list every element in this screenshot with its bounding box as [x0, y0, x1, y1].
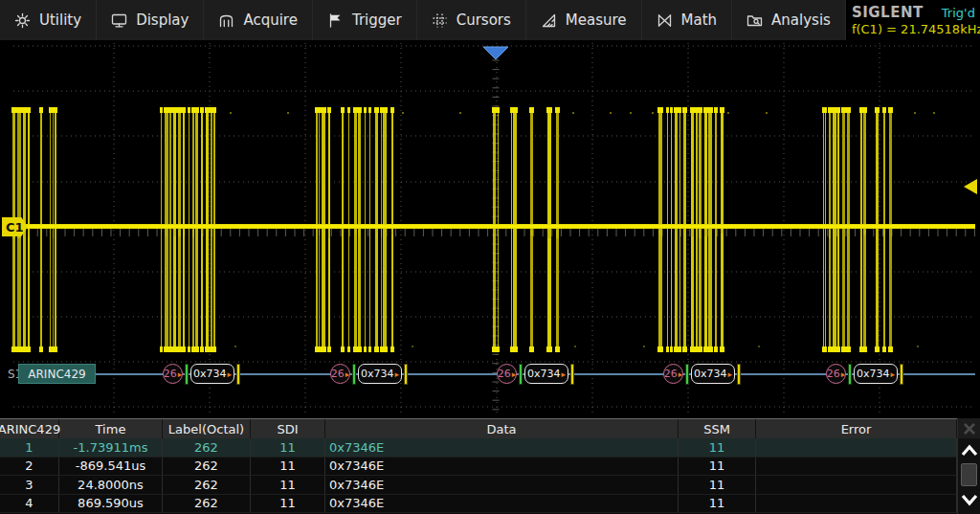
column-header-time: Time: [59, 419, 163, 438]
table-row-2[interactable]: 2-869.541us262110x7346E11: [0, 458, 980, 477]
column-header-arinc429: ARINC429: [0, 419, 59, 438]
truncation-arrow-icon: ▸: [395, 369, 400, 379]
scroll-thumb[interactable]: [961, 463, 977, 486]
menu-item-display[interactable]: Display: [97, 0, 204, 40]
cell-data: 0x7346E: [325, 438, 679, 457]
scroll-up-button[interactable]: [958, 440, 980, 460]
cell-index: 3: [0, 476, 59, 494]
menu-item-label: Display: [136, 11, 189, 29]
decode-frame[interactable]: 26▸0x734▸: [497, 363, 574, 385]
frame-ssm-bar: [570, 364, 574, 385]
math-bowtie-icon: [657, 12, 673, 29]
frame-label-badge: 26▸: [330, 364, 350, 384]
column-header-sdi: SDI: [251, 419, 325, 438]
menu-item-label: Analysis: [771, 11, 831, 29]
scope-display: C1 S1 ARINC429 26▸0x734▸26▸0x734▸26▸0x73…: [0, 41, 980, 418]
truncation-arrow-icon: ▸: [679, 369, 683, 379]
menu-item-utility[interactable]: Utility: [0, 0, 97, 40]
gear-icon: [14, 12, 31, 29]
menu-item-label: Measure: [566, 11, 627, 29]
decode-frame[interactable]: 26▸0x734▸: [163, 363, 240, 385]
chevron-up-icon: [961, 444, 978, 457]
cell-index: 4: [0, 495, 59, 513]
menu-item-math[interactable]: Math: [642, 0, 733, 40]
frame-data-box: 0x734▸: [691, 364, 735, 384]
table-header-row: ARINC429TimeLabel(Octal)SDIDataSSMError: [0, 418, 980, 438]
close-table-button[interactable]: [958, 418, 980, 438]
frame-ssm-bar: [404, 364, 408, 385]
frame-label-badge: 26▸: [163, 364, 183, 384]
trigger-status: Trig'd: [942, 6, 975, 20]
column-header-ssm: SSM: [679, 419, 756, 438]
cell-error: [756, 476, 957, 494]
menu-item-acquire[interactable]: Acquire: [204, 0, 313, 40]
cell-data: 0x7346E: [325, 476, 679, 494]
frame-data-box: 0x734▸: [190, 364, 234, 384]
menu-item-label: Trigger: [352, 11, 402, 29]
frame-ssm-bar: [737, 364, 741, 385]
ruler-triangle-icon: [541, 12, 557, 29]
table-row-4[interactable]: 4869.590us262110x7346E11: [0, 495, 980, 514]
column-header-label-octal-: Label(Octal): [163, 419, 251, 438]
cell-sdi: 11: [251, 476, 325, 494]
cell-data: 0x7346E: [325, 458, 679, 476]
table-row-3[interactable]: 324.8000ns262110x7346E11: [0, 476, 980, 495]
truncation-arrow-icon: ▸: [345, 369, 350, 379]
cell-error: [756, 495, 957, 513]
decode-result-table: ARINC429TimeLabel(Octal)SDIDataSSMError …: [0, 418, 980, 514]
menu-item-trigger[interactable]: Trigger: [313, 0, 417, 40]
frame-sdi-bar: [519, 364, 523, 385]
frame-sdi-bar: [352, 364, 356, 385]
frame-label-badge: 26▸: [663, 364, 683, 384]
cell-label: 262: [163, 476, 251, 494]
cell-index: 2: [0, 458, 59, 476]
cell-label: 262: [163, 458, 251, 476]
truncation-arrow-icon: ▸: [728, 369, 733, 379]
scroll-down-button[interactable]: [958, 488, 980, 511]
menu-item-cursors[interactable]: Cursors: [417, 0, 526, 40]
menu-item-label: Math: [681, 11, 718, 29]
cell-time: 869.590us: [59, 495, 163, 513]
menu-item-analysis[interactable]: Analysis: [732, 0, 846, 40]
truncation-arrow-icon: ▸: [178, 369, 183, 379]
table-body: 1-1.73911ms262110x7346E112-869.541us2621…: [0, 438, 980, 513]
truncation-arrow-icon: ▸: [841, 369, 846, 379]
menu-item-label: Cursors: [457, 11, 511, 29]
cell-error: [756, 458, 957, 476]
menu-item-label: Utility: [39, 11, 81, 29]
frame-data-box: 0x734▸: [358, 364, 402, 384]
crosshair-grid-icon: [432, 12, 448, 29]
monitor-icon: [111, 12, 127, 29]
frame-data-box: 0x734▸: [524, 364, 568, 384]
frame-sdi-bar: [685, 364, 689, 385]
frame-ssm-bar: [900, 364, 903, 385]
main-menu: UtilityDisplayAcquireTriggerCursorsMeasu…: [0, 0, 846, 40]
status-box: SIGLENT Trig'd f(C1) = 21.74518kHz: [846, 0, 980, 40]
cell-data: 0x7346E: [325, 495, 679, 513]
frame-sdi-bar: [185, 364, 189, 385]
decode-protocol-label[interactable]: ARINC429: [18, 364, 96, 384]
table-scrollbar: [957, 418, 980, 514]
decode-frame[interactable]: 26▸0x734▸: [826, 363, 903, 385]
waveform-svg: [0, 41, 980, 418]
arch-icon: [218, 12, 234, 29]
chevron-down-icon: [961, 494, 978, 506]
cell-sdi: 11: [251, 495, 325, 513]
table-row-1[interactable]: 1-1.73911ms262110x7346E11: [0, 438, 980, 458]
flag-icon: [327, 12, 344, 29]
decode-frame[interactable]: 26▸0x734▸: [330, 363, 408, 385]
decode-frame[interactable]: 26▸0x734▸: [663, 363, 741, 385]
truncation-arrow-icon: ▸: [512, 369, 517, 379]
cell-error: [756, 438, 957, 457]
frame-ssm-bar: [236, 364, 240, 385]
truncation-arrow-icon: ▸: [228, 369, 233, 379]
cell-time: -1.73911ms: [59, 438, 163, 457]
cell-index: 1: [0, 438, 59, 457]
cell-sdi: 11: [251, 458, 325, 476]
frequency-readout: f(C1) = 21.74518kHz: [852, 22, 975, 36]
column-header-error: Error: [756, 419, 957, 438]
menu-item-label: Acquire: [243, 11, 298, 29]
menu-item-measure[interactable]: Measure: [526, 0, 642, 40]
cell-time: 24.8000ns: [59, 476, 163, 494]
top-menu-bar: UtilityDisplayAcquireTriggerCursorsMeasu…: [0, 0, 980, 41]
